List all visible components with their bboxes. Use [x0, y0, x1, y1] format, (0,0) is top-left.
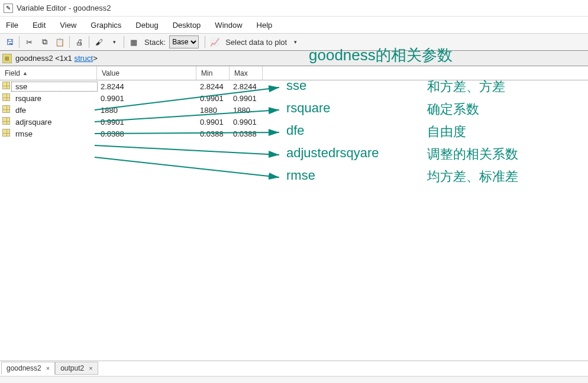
table-row[interactable]: rmse 0.0388 0.0388 0.0388	[0, 128, 588, 139]
menu-edit[interactable]: Edit	[33, 21, 46, 30]
field-icon	[2, 117, 10, 125]
struct-grid: Field▲ Value Min Max sse 2.8244 2.8244 2…	[0, 66, 588, 139]
toolbar: 🖫 ✂ ⧉ 📋 🖨 🖌 ▾ ▦ Stack: Base 📈 Select dat…	[0, 33, 588, 51]
menu-graphics[interactable]: Graphics	[91, 21, 121, 30]
menu-desktop[interactable]: Desktop	[173, 21, 201, 30]
dropdown-icon[interactable]: ▾	[107, 35, 121, 49]
annotation-zh: 均方差、标准差	[427, 168, 518, 186]
cut-icon[interactable]: ✂	[22, 35, 36, 49]
window-title: Variable Editor - goodness2	[17, 4, 111, 12]
col-field[interactable]: Field▲	[0, 66, 97, 80]
print-icon[interactable]: 🖨	[72, 35, 86, 49]
field-icon	[2, 105, 10, 113]
variable-path: goodness2 <1x1 struct>	[15, 54, 98, 63]
document-tabs: goodness2 × output2 ×	[0, 361, 588, 376]
copy-icon[interactable]: ⧉	[37, 35, 51, 49]
annotation-en: adjustedrsqyare	[286, 145, 379, 161]
stack-label: Stack:	[144, 38, 166, 47]
annotation-zh: 调整的相关系数	[427, 145, 518, 163]
field-icon	[2, 129, 10, 137]
svg-line-4	[95, 157, 279, 177]
app-icon: ✎	[4, 4, 13, 13]
menu-bar: File Edit View Graphics Debug Desktop Wi…	[0, 17, 588, 33]
save-icon[interactable]: 🖫	[2, 35, 17, 49]
stack-select[interactable]: Base	[169, 35, 199, 48]
plot-dropdown-icon[interactable]: ▾	[288, 35, 302, 49]
close-icon[interactable]: ×	[46, 365, 50, 372]
grid-icon[interactable]: ▦	[127, 35, 141, 49]
table-row[interactable]: adjrsquare 0.9901 0.9901 0.9901	[0, 116, 588, 128]
menu-file[interactable]: File	[6, 21, 18, 30]
table-row[interactable]: rsquare 0.9901 0.9901 0.9901	[0, 92, 588, 104]
table-row[interactable]: sse 2.8244 2.8244 2.8244	[0, 80, 588, 92]
field-icon	[2, 93, 10, 101]
brush-icon[interactable]: 🖌	[92, 35, 106, 49]
plot-icon[interactable]: 📈	[208, 35, 222, 49]
menu-view[interactable]: View	[60, 21, 76, 30]
menu-debug[interactable]: Debug	[135, 21, 158, 30]
tab-output2[interactable]: output2 ×	[55, 362, 98, 375]
col-min[interactable]: Min	[196, 66, 230, 80]
close-icon[interactable]: ×	[89, 365, 92, 372]
annotation-en: rmse	[286, 168, 315, 183]
title-bar: ✎ Variable Editor - goodness2	[0, 0, 588, 17]
col-value[interactable]: Value	[97, 66, 196, 80]
struct-link[interactable]: struct	[74, 54, 93, 63]
col-max[interactable]: Max	[230, 66, 263, 80]
table-row[interactable]: dfe 1880 1880 1880	[0, 104, 588, 116]
grid-header: Field▲ Value Min Max	[0, 66, 588, 80]
svg-line-3	[95, 145, 279, 155]
sort-asc-icon: ▲	[22, 70, 28, 76]
plot-label: Select data to plot	[225, 38, 287, 47]
grid-body: sse 2.8244 2.8244 2.8244 rsquare 0.9901 …	[0, 80, 588, 139]
menu-window[interactable]: Window	[215, 21, 242, 30]
status-strip	[0, 376, 588, 383]
paste-icon[interactable]: 📋	[53, 35, 67, 49]
path-bar: ⊞ goodness2 <1x1 struct>	[0, 51, 588, 66]
struct-icon: ⊞	[2, 54, 12, 63]
field-icon	[2, 82, 10, 89]
menu-help[interactable]: Help	[257, 21, 273, 30]
tab-goodness2[interactable]: goodness2 ×	[1, 362, 55, 375]
